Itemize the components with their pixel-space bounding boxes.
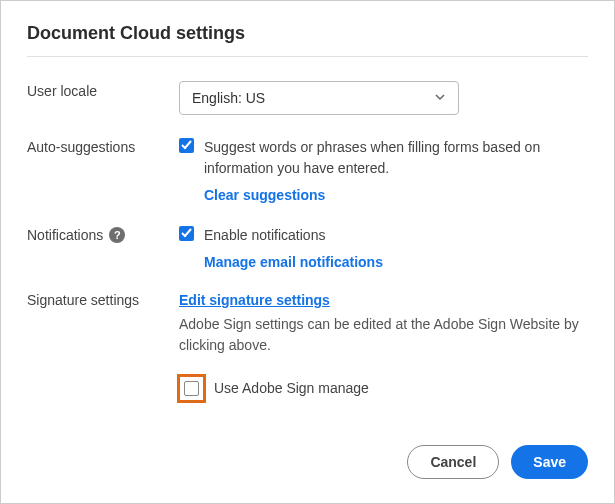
- use-adobe-sign-checkbox[interactable]: [184, 381, 199, 396]
- manage-email-notifications-link[interactable]: Manage email notifications: [179, 254, 588, 270]
- row-auto-suggestions: Auto-suggestions Suggest words or phrase…: [27, 137, 588, 203]
- row-use-adobe-sign: Use Adobe Sign manage: [27, 374, 588, 403]
- label-signature-settings: Signature settings: [27, 292, 179, 308]
- highlight-box: [177, 374, 206, 403]
- auto-suggestions-checkbox[interactable]: [179, 138, 194, 153]
- signature-description: Adobe Sign settings can be edited at the…: [179, 314, 588, 356]
- edit-signature-settings-link[interactable]: Edit signature settings: [179, 292, 588, 308]
- enable-notifications-checkbox[interactable]: [179, 226, 194, 241]
- locale-select[interactable]: English: US: [179, 81, 459, 115]
- dialog-footer: Cancel Save: [407, 445, 588, 479]
- clear-suggestions-link[interactable]: Clear suggestions: [179, 187, 588, 203]
- row-notifications: Notifications ? Enable notifications Man…: [27, 225, 588, 270]
- help-icon[interactable]: ?: [109, 227, 125, 243]
- locale-select-value: English: US: [192, 90, 265, 106]
- chevron-down-icon: [434, 90, 446, 106]
- label-notifications: Notifications: [27, 227, 103, 243]
- row-signature-settings: Signature settings Edit signature settin…: [27, 292, 588, 356]
- label-user-locale: User locale: [27, 81, 179, 99]
- label-auto-suggestions: Auto-suggestions: [27, 137, 179, 155]
- auto-suggestions-text: Suggest words or phrases when filling fo…: [204, 137, 588, 179]
- divider: [27, 56, 588, 57]
- cancel-button[interactable]: Cancel: [407, 445, 499, 479]
- settings-dialog: Document Cloud settings User locale Engl…: [0, 0, 615, 504]
- dialog-title: Document Cloud settings: [27, 23, 588, 44]
- row-user-locale: User locale English: US: [27, 81, 588, 115]
- save-button[interactable]: Save: [511, 445, 588, 479]
- enable-notifications-text: Enable notifications: [204, 225, 588, 246]
- use-adobe-sign-text: Use Adobe Sign manage: [214, 378, 588, 399]
